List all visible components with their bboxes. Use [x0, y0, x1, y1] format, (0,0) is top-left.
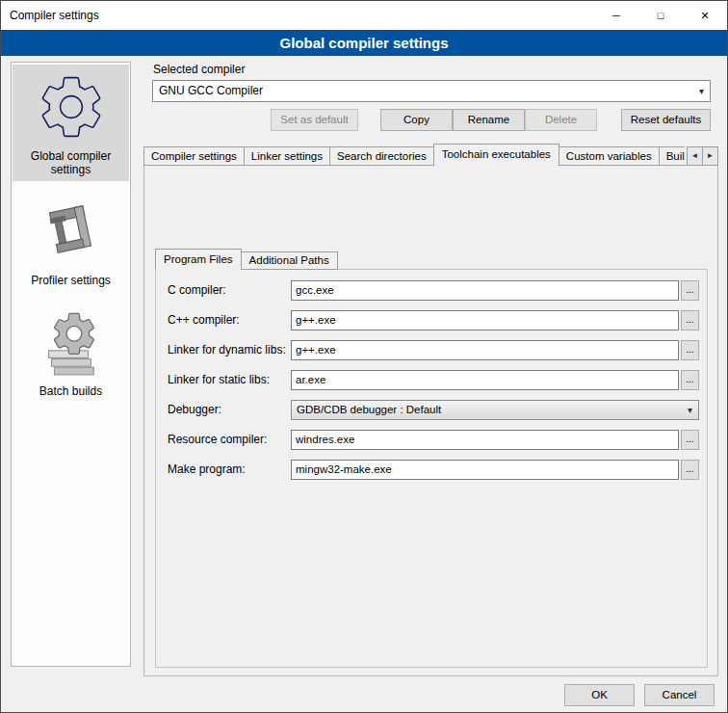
linker-static-value: ar.exe [296, 374, 325, 385]
tab-linker-settings[interactable]: Linker settings [244, 146, 330, 166]
tab-scroll-right-icon[interactable]: ► [702, 146, 718, 166]
debugger-label: Debugger: [168, 403, 221, 416]
subtab-additional-paths[interactable]: Additional Paths [241, 251, 338, 270]
sidebar-item-label: Profiler settings [31, 274, 111, 287]
minimize-icon[interactable]: ─ [594, 1, 638, 30]
gear-stack-icon [38, 311, 105, 379]
c-compiler-value: gcc.exe [296, 284, 334, 296]
selected-compiler-dropdown[interactable]: GNU GCC Compiler ▾ [152, 80, 711, 102]
cpp-compiler-browse-button[interactable]: ... [681, 310, 699, 330]
delete-button[interactable]: Delete [525, 109, 597, 131]
reset-defaults-button[interactable]: Reset defaults [621, 109, 711, 131]
selected-compiler-value: GNU GCC Compiler [159, 84, 263, 97]
rename-button[interactable]: Rename [453, 109, 525, 131]
tab-search-directories[interactable]: Search directories [329, 146, 434, 166]
resource-compiler-label: Resource compiler: [168, 433, 267, 446]
compiler-settings-window: Compiler settings ─ □ ✕ Global compiler … [0, 0, 728, 713]
tab-build-options[interactable]: Builc [659, 146, 685, 166]
selected-compiler-label: Selected compiler [153, 63, 245, 76]
sidebar-item-batch-builds[interactable]: Batch builds [13, 305, 129, 403]
tab-scroll-left-icon[interactable]: ◄ [687, 146, 703, 166]
ok-button[interactable]: OK [564, 684, 635, 706]
cpp-compiler-label: C++ compiler: [168, 313, 240, 327]
c-compiler-input[interactable]: gcc.exe [291, 280, 679, 301]
maximize-icon[interactable]: □ [638, 1, 683, 30]
resource-compiler-browse-button[interactable]: ... [681, 430, 699, 450]
make-program-value: mingw32-make.exe [296, 463, 392, 475]
program-files-panel: C compiler: gcc.exe ... C++ compiler: g+… [155, 269, 708, 668]
sidebar-item-global-compiler-settings[interactable]: Global compiler settings [13, 65, 129, 181]
cpp-compiler-input[interactable]: g++.exe [291, 310, 679, 330]
chevron-down-icon: ▾ [688, 401, 692, 419]
linker-static-input[interactable]: ar.exe [291, 370, 679, 390]
tab-compiler-settings[interactable]: Compiler settings [143, 146, 245, 166]
titlebar: Compiler settings ─ □ ✕ [1, 1, 727, 30]
resource-compiler-input[interactable]: windres.exe [291, 430, 679, 450]
subtab-program-files[interactable]: Program Files [155, 249, 242, 270]
blue-gear-icon [35, 70, 108, 144]
tab-scroll-buttons: ◄ ► [688, 146, 718, 166]
window-title: Compiler settings [10, 1, 99, 30]
tab-toolchain-executables[interactable]: Toolchain executables [433, 144, 559, 166]
sidebar-item-label: Global compiler settings [21, 149, 121, 176]
tabs-scroll-area: Compiler settings Linker settings Search… [143, 144, 685, 166]
close-icon[interactable]: ✕ [683, 1, 727, 30]
settings-category-sidebar: Global compiler settings Profiler settin… [11, 62, 131, 667]
sidebar-item-label: Batch builds [39, 384, 102, 398]
debugger-dropdown[interactable]: GDB/CDB debugger : Default ▾ [291, 400, 699, 420]
c-compiler-browse-button[interactable]: ... [681, 280, 699, 301]
copy-button[interactable]: Copy [380, 109, 453, 131]
linker-dynamic-value: g++.exe [296, 344, 336, 356]
linker-static-browse-button[interactable]: ... [681, 370, 699, 390]
compiler-tabbar: Compiler settings Linker settings Search… [143, 144, 718, 166]
linker-dynamic-label: Linker for dynamic libs: [168, 343, 286, 356]
clamp-icon [38, 200, 105, 268]
cancel-button[interactable]: Cancel [644, 684, 715, 706]
linker-static-label: Linker for static libs: [168, 373, 270, 386]
cpp-compiler-value: g++.exe [296, 314, 336, 326]
make-program-input[interactable]: mingw32-make.exe [291, 460, 679, 480]
make-program-label: Make program: [168, 462, 246, 476]
debugger-value: GDB/CDB debugger : Default [297, 404, 441, 415]
set-as-default-button[interactable]: Set as default [271, 109, 358, 131]
chevron-down-icon: ▾ [699, 81, 704, 101]
programs-subtabbar: Program Files Additional Paths [155, 249, 338, 270]
dialog-banner: Global compiler settings [1, 30, 727, 56]
tab-custom-variables[interactable]: Custom variables [559, 146, 660, 166]
make-program-browse-button[interactable]: ... [681, 460, 699, 480]
c-compiler-label: C compiler: [168, 283, 226, 297]
window-controls: ─ □ ✕ [594, 1, 727, 30]
sidebar-item-profiler-settings[interactable]: Profiler settings [13, 195, 129, 292]
linker-dynamic-input[interactable]: g++.exe [291, 340, 679, 360]
resource-compiler-value: windres.exe [296, 434, 354, 445]
linker-dynamic-browse-button[interactable]: ... [681, 340, 699, 360]
